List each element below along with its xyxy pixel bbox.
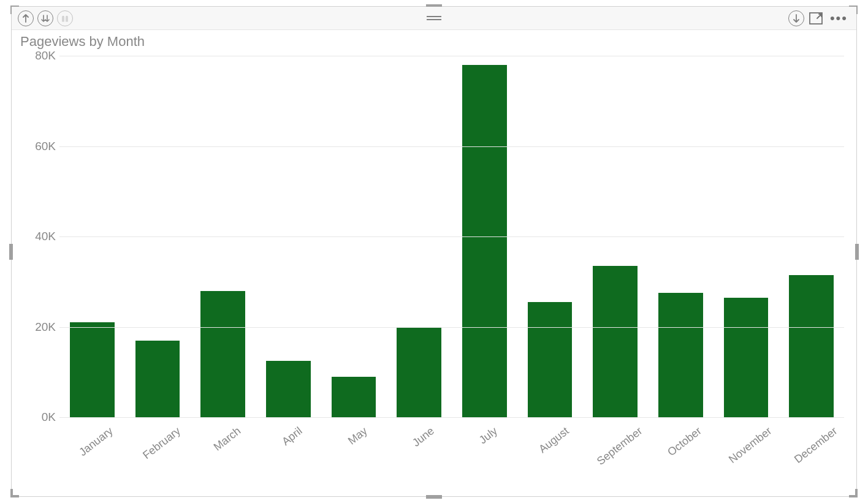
resize-handle-bottom-left[interactable] <box>10 489 19 497</box>
plot-area <box>59 56 844 417</box>
bar[interactable] <box>593 266 638 417</box>
chart-area: JanuaryFebruaryMarchAprilMayJuneJulyAugu… <box>21 52 847 475</box>
x-axis-label: January <box>77 425 115 459</box>
expand-level-icon[interactable] <box>57 10 73 26</box>
bar[interactable] <box>658 293 703 417</box>
focus-mode-icon[interactable] <box>808 10 824 26</box>
y-axis-tick: 20K <box>21 320 56 334</box>
bar[interactable] <box>266 361 311 417</box>
bar[interactable] <box>70 322 115 417</box>
more-options-icon[interactable]: ••• <box>828 10 850 26</box>
gridline <box>59 56 844 56</box>
x-axis-label: May <box>346 425 370 447</box>
gridline <box>59 417 844 418</box>
y-axis-tick: 60K <box>21 140 56 153</box>
y-axis-tick: 0K <box>21 410 56 424</box>
chart-title: Pageviews by Month <box>12 30 856 50</box>
gridline <box>59 146 844 147</box>
x-axis-label: February <box>140 425 183 462</box>
x-axis-label: September <box>595 425 645 468</box>
drill-up-icon[interactable] <box>18 10 34 26</box>
bar[interactable] <box>200 291 245 418</box>
bar[interactable] <box>724 298 769 417</box>
x-axis-labels: JanuaryFebruaryMarchAprilMayJuneJulyAugu… <box>59 421 844 475</box>
bar[interactable] <box>332 377 376 417</box>
bar[interactable] <box>462 65 507 417</box>
gridline <box>59 327 844 328</box>
drill-down-icon[interactable] <box>37 10 53 26</box>
resize-handle-bottom[interactable] <box>426 495 442 499</box>
drag-grip-icon[interactable] <box>427 16 441 21</box>
bar[interactable] <box>135 341 180 417</box>
resize-handle-bottom-right[interactable] <box>849 489 858 497</box>
x-axis-label: December <box>792 425 840 466</box>
gridline <box>59 236 844 237</box>
x-axis-label: March <box>211 425 243 453</box>
bar[interactable] <box>397 327 441 418</box>
x-axis-label: June <box>410 425 437 450</box>
bar[interactable] <box>528 302 573 417</box>
resize-handle-left[interactable] <box>9 244 13 260</box>
x-axis-label: August <box>536 425 571 456</box>
bar[interactable] <box>789 275 834 417</box>
x-axis-label: July <box>477 425 500 447</box>
visual-toolbar: ••• <box>12 7 856 30</box>
x-axis-label: November <box>726 425 774 466</box>
visual-container[interactable]: ••• Pageviews by Month JanuaryFebruaryMa… <box>11 6 857 497</box>
y-axis-tick: 80K <box>21 49 56 62</box>
x-axis-label: October <box>666 425 704 459</box>
export-data-icon[interactable] <box>788 10 804 26</box>
x-axis-label: April <box>280 425 305 448</box>
resize-handle-right[interactable] <box>855 244 859 260</box>
y-axis-tick: 40K <box>21 230 56 243</box>
